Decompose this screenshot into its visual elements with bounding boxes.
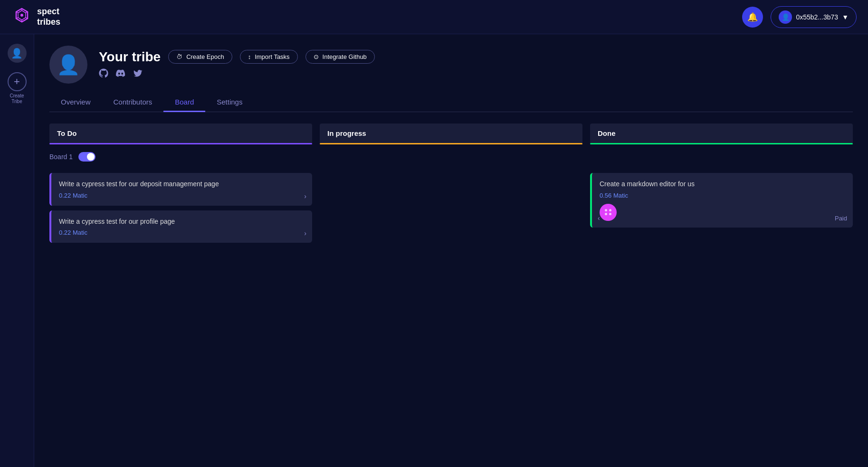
github-btn-icon: ⊙ bbox=[314, 53, 319, 60]
done-cards-list: Create a markdown editor for us 0.56 Mat… bbox=[590, 173, 853, 228]
todo-card-1-arrow: › bbox=[304, 192, 306, 200]
tab-overview[interactable]: Overview bbox=[49, 93, 102, 112]
logo-line1: spect bbox=[37, 7, 60, 17]
tribe-socials bbox=[99, 68, 375, 80]
todo-card-1[interactable]: Write a cypress test for our deposit man… bbox=[49, 173, 312, 206]
done-card-1-price: 0.56 Matic bbox=[600, 192, 845, 199]
done-label: Done bbox=[598, 129, 616, 137]
create-tribe-button[interactable]: + bbox=[8, 72, 27, 91]
tab-settings[interactable]: Settings bbox=[205, 93, 254, 112]
tab-board[interactable]: Board bbox=[163, 93, 205, 112]
wallet-button[interactable]: 👤 0x55b2...3b73 ▼ bbox=[771, 6, 857, 28]
integrate-github-label: Integrate Github bbox=[323, 53, 367, 60]
todo-column-header: To Do bbox=[49, 124, 312, 144]
import-icon: ↕ bbox=[248, 53, 251, 60]
avatar-dot-1 bbox=[605, 209, 607, 211]
board-section-label: Board 1 bbox=[49, 153, 73, 161]
todo-cards-list: Write a cypress test for our deposit man… bbox=[49, 173, 312, 243]
todo-cards-column: Write a cypress test for our deposit man… bbox=[49, 173, 312, 248]
tribe-header: 👤 Your tribe ⏱ Create Epoch ↕ Import Tas… bbox=[49, 46, 853, 84]
done-card-1[interactable]: Create a markdown editor for us 0.56 Mat… bbox=[590, 173, 853, 228]
tribe-title-row: Your tribe ⏱ Create Epoch ↕ Import Tasks… bbox=[99, 49, 375, 65]
todo-card-2-arrow: › bbox=[304, 229, 306, 237]
create-epoch-button[interactable]: ⏱ Create Epoch bbox=[168, 50, 232, 64]
inprogress-underline bbox=[320, 143, 582, 144]
todo-card-1-price: 0.22 Matic bbox=[59, 192, 305, 199]
tab-overview-label: Overview bbox=[61, 98, 91, 106]
twitter-icon[interactable] bbox=[133, 68, 143, 80]
chevron-down-icon: ▼ bbox=[842, 13, 849, 21]
bell-icon: 🔔 bbox=[747, 12, 758, 22]
create-epoch-label: Create Epoch bbox=[186, 53, 224, 60]
inprogress-column-title: In progress bbox=[320, 124, 582, 143]
board-columns-header: To Do In progress Done bbox=[49, 124, 853, 144]
tab-board-label: Board bbox=[175, 98, 194, 106]
tribe-avatar-icon: 👤 bbox=[57, 54, 80, 76]
board-toggle[interactable] bbox=[78, 152, 95, 162]
content-area: 👤 Your tribe ⏱ Create Epoch ↕ Import Tas… bbox=[34, 34, 868, 467]
inprogress-cards-column bbox=[320, 173, 582, 248]
todo-column-title: To Do bbox=[49, 124, 312, 143]
tribe-info: Your tribe ⏱ Create Epoch ↕ Import Tasks… bbox=[99, 49, 375, 80]
done-column-header: Done bbox=[590, 124, 853, 144]
done-card-1-paid: Paid bbox=[835, 215, 847, 222]
header-right: 🔔 👤 0x55b2...3b73 ▼ bbox=[742, 6, 857, 28]
logo-line2: tribes bbox=[37, 17, 60, 28]
create-label-line1: Create bbox=[10, 93, 24, 98]
todo-underline bbox=[49, 143, 312, 144]
create-tribe-group: + Create Tribe bbox=[8, 72, 27, 105]
done-card-1-title: Create a markdown editor for us bbox=[600, 180, 845, 189]
contributor-avatar bbox=[600, 204, 617, 221]
epoch-icon: ⏱ bbox=[176, 53, 182, 60]
inprogress-label: In progress bbox=[327, 129, 366, 137]
avatar-dots bbox=[605, 209, 611, 216]
sidebar: 👤 + Create Tribe bbox=[0, 34, 34, 467]
todo-card-2[interactable]: Write a cypress test for our profile pag… bbox=[49, 210, 312, 243]
avatar-dot-4 bbox=[609, 213, 611, 215]
board-cards-row: Write a cypress test for our deposit man… bbox=[49, 173, 853, 248]
tab-settings-label: Settings bbox=[217, 98, 242, 106]
tab-contributors-label: Contributors bbox=[114, 98, 153, 106]
avatar-dot-2 bbox=[609, 209, 611, 211]
import-tasks-label: Import Tasks bbox=[255, 53, 289, 60]
user-avatar-icon: 👤 bbox=[11, 48, 23, 59]
tab-contributors[interactable]: Contributors bbox=[102, 93, 164, 112]
main-layout: 👤 + Create Tribe 👤 Your tribe ⏱ bbox=[0, 34, 868, 467]
create-tribe-label: Create Tribe bbox=[10, 93, 24, 105]
avatar-dot-3 bbox=[605, 213, 607, 215]
logo-area: spect tribes bbox=[11, 7, 60, 28]
todo-card-1-title: Write a cypress test for our deposit man… bbox=[59, 180, 305, 189]
github-icon[interactable] bbox=[99, 68, 108, 80]
create-label-line2: Tribe bbox=[11, 99, 22, 104]
tribe-avatar: 👤 bbox=[49, 46, 87, 84]
todo-label: To Do bbox=[57, 129, 76, 137]
plus-icon: + bbox=[14, 76, 20, 88]
done-card-1-back-arrow: ‹ bbox=[598, 214, 600, 222]
inprogress-cards-list bbox=[320, 173, 582, 220]
import-tasks-button[interactable]: ↕ Import Tasks bbox=[240, 50, 298, 64]
user-icon: 👤 bbox=[782, 13, 790, 21]
tribe-name: Your tribe bbox=[99, 49, 161, 65]
sidebar-user-avatar[interactable]: 👤 bbox=[8, 44, 27, 63]
done-cards-column: Create a markdown editor for us 0.56 Mat… bbox=[590, 173, 853, 248]
notification-button[interactable]: 🔔 bbox=[742, 7, 763, 28]
done-column-title: Done bbox=[590, 124, 853, 143]
tabs: Overview Contributors Board Settings bbox=[49, 93, 853, 112]
inprogress-column-header: In progress bbox=[320, 124, 582, 144]
logo-text: spect tribes bbox=[37, 7, 60, 27]
header: spect tribes 🔔 👤 0x55b2...3b73 ▼ bbox=[0, 0, 868, 34]
board-section-row: Board 1 bbox=[49, 152, 853, 162]
logo-icon bbox=[11, 7, 32, 28]
discord-icon[interactable] bbox=[116, 68, 125, 80]
wallet-avatar-icon: 👤 bbox=[779, 10, 792, 24]
todo-card-2-title: Write a cypress test for our profile pag… bbox=[59, 217, 305, 227]
svg-point-8 bbox=[20, 14, 23, 17]
done-underline bbox=[590, 143, 853, 144]
integrate-github-button[interactable]: ⊙ Integrate Github bbox=[305, 50, 375, 64]
todo-card-2-price: 0.22 Matic bbox=[59, 229, 305, 236]
wallet-address: 0x55b2...3b73 bbox=[796, 13, 838, 21]
board-container: To Do In progress Done bbox=[49, 124, 853, 248]
